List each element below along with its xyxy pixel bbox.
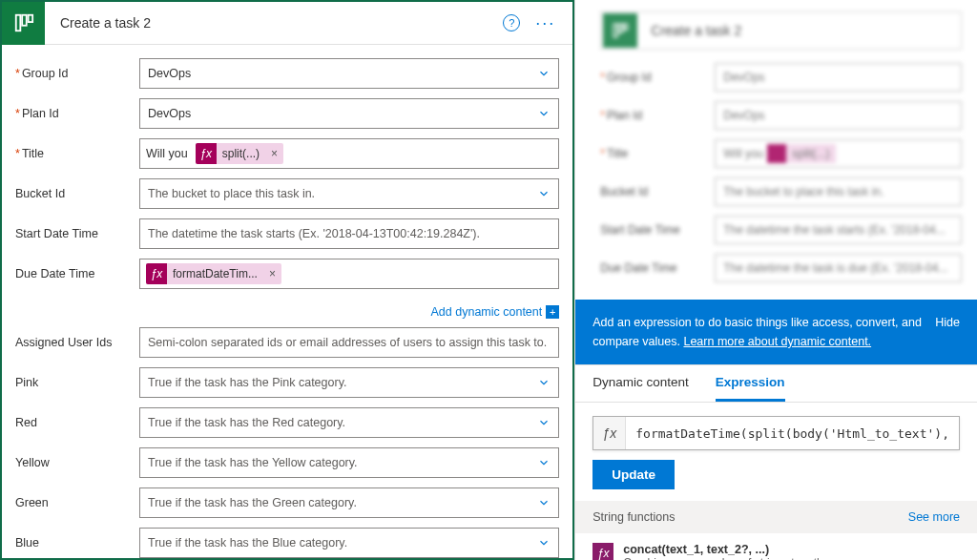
more-menu-icon[interactable]: ··· <box>535 18 555 28</box>
fx-token-label: formatDateTim... <box>167 267 263 280</box>
create-task-card: Create a task 2 ? ··· *Group IdDevOps*Pl… <box>0 0 574 560</box>
svg-rect-4 <box>619 24 623 32</box>
chevron-down-icon <box>537 187 551 200</box>
token-prefix: Will you <box>146 147 192 160</box>
svg-rect-0 <box>15 15 20 31</box>
svg-rect-3 <box>614 24 618 37</box>
function-name: concat(text_1, text_2?, ...) <box>623 543 833 556</box>
learn-more-link[interactable]: Learn more about dynamic content. <box>683 335 871 348</box>
form-body: *Group IdDevOps*Plan IdDevOps*TitleWill … <box>2 45 572 558</box>
svg-rect-2 <box>28 15 32 22</box>
help-icon[interactable]: ? <box>503 14 520 31</box>
select-field[interactable]: True if the task has the Red category. <box>139 407 559 438</box>
fx-token[interactable]: ƒxsplit(...)× <box>196 143 283 164</box>
form-row: Due Date TimeƒxformatDateTim...× <box>15 259 559 289</box>
close-icon[interactable]: × <box>263 267 281 280</box>
form-row: BlueTrue if the task has the Blue catego… <box>15 528 559 558</box>
chevron-down-icon <box>537 496 551 509</box>
expression-tabs: Dynamic content Expression <box>575 365 977 403</box>
expression-input[interactable]: formatDateTime(split(body('Html_to_text'… <box>626 426 959 441</box>
expression-input-row: ƒx formatDateTime(split(body('Html_to_te… <box>592 416 960 450</box>
field-label: *Title <box>15 147 139 160</box>
tab-dynamic-content[interactable]: Dynamic content <box>592 375 689 402</box>
update-button[interactable]: Update <box>592 460 675 489</box>
form-row: PinkTrue if the task has the Pink catego… <box>15 367 559 398</box>
card-title: Create a task 2 <box>45 15 503 31</box>
field-label: Bucket Id <box>15 187 139 200</box>
text-field[interactable]: The datetime the task starts (Ex. '2018-… <box>139 218 559 249</box>
chevron-down-icon <box>537 456 551 469</box>
chevron-down-icon <box>537 416 551 429</box>
expression-panel: Dynamic content Expression ƒx formatDate… <box>575 364 977 560</box>
fx-token[interactable]: ƒxformatDateTim...× <box>146 263 281 284</box>
see-more-link[interactable]: See more <box>908 510 960 524</box>
select-field[interactable]: True if the task has the Yellow category… <box>139 447 559 478</box>
select-field[interactable]: True if the task has the Blue category. <box>139 528 559 558</box>
tab-expression[interactable]: Expression <box>716 375 785 402</box>
plus-icon[interactable]: + <box>546 305 559 319</box>
form-row: Assigned User IdsSemi-colon separated id… <box>15 327 559 358</box>
svg-rect-1 <box>22 15 27 26</box>
field-label: Blue <box>15 536 139 550</box>
form-row: YellowTrue if the task has the Yellow ca… <box>15 447 559 478</box>
chevron-down-icon <box>537 536 551 550</box>
fx-icon: ƒx <box>146 263 167 284</box>
field-label: *Plan Id <box>15 107 139 120</box>
select-field[interactable]: True if the task has the Pink category. <box>139 367 559 398</box>
form-row: GreenTrue if the task has the Green cate… <box>15 487 559 518</box>
close-icon[interactable]: × <box>265 147 283 160</box>
select-field[interactable]: True if the task has the Green category. <box>139 487 559 518</box>
fx-token-label: split(...) <box>217 147 265 160</box>
fx-badge-icon: ƒx <box>593 417 626 449</box>
chevron-down-icon <box>537 376 551 389</box>
field-label: Start Date Time <box>15 227 139 240</box>
field-label: Green <box>15 496 139 509</box>
field-label: Assigned User Ids <box>15 336 139 349</box>
field-label: *Group Id <box>15 67 139 80</box>
expression-tip: Add an expression to do basic things lik… <box>575 300 977 364</box>
functions-section-header: String functions See more <box>575 501 977 533</box>
token-field[interactable]: ƒxformatDateTim...× <box>139 259 559 289</box>
ghost-preview: Create a task 2*Group IdDevOps*Plan IdDe… <box>575 0 977 300</box>
chevron-down-icon <box>537 67 551 80</box>
add-dynamic-content-link[interactable]: Add dynamic content <box>431 305 543 319</box>
form-row: *Group IdDevOps <box>15 58 559 89</box>
function-description: Combines any number of strings together <box>623 556 833 560</box>
field-label: Yellow <box>15 456 139 469</box>
field-label: Red <box>15 416 139 429</box>
form-row: Start Date TimeThe datetime the task sta… <box>15 218 559 249</box>
select-field[interactable]: DevOps <box>139 98 559 129</box>
function-item-concat[interactable]: ƒx concat(text_1, text_2?, ...) Combines… <box>575 533 977 560</box>
section-title: String functions <box>592 510 675 524</box>
select-field[interactable]: DevOps <box>139 58 559 89</box>
form-row: RedTrue if the task has the Red category… <box>15 407 559 438</box>
planner-icon <box>2 2 45 45</box>
svg-rect-5 <box>624 24 628 30</box>
fx-icon: ƒx <box>196 143 217 164</box>
card-header: Create a task 2 ? ··· <box>2 2 572 45</box>
field-label: Pink <box>15 376 139 389</box>
field-label: Due Date Time <box>15 267 139 280</box>
token-field[interactable]: Will youƒxsplit(...)× <box>139 138 559 169</box>
text-field[interactable]: Semi-colon separated ids or email addres… <box>139 327 559 358</box>
chevron-down-icon <box>537 107 551 120</box>
fx-icon: ƒx <box>592 543 613 560</box>
form-row: *Plan IdDevOps <box>15 98 559 129</box>
select-field[interactable]: The bucket to place this task in. <box>139 178 559 209</box>
form-row: *TitleWill youƒxsplit(...)× <box>15 138 559 169</box>
hide-link[interactable]: Hide <box>935 313 960 351</box>
add-dynamic-content-row: Add dynamic content+ <box>15 299 559 327</box>
form-row: Bucket IdThe bucket to place this task i… <box>15 178 559 209</box>
right-panel: Create a task 2*Group IdDevOps*Plan IdDe… <box>574 0 977 560</box>
